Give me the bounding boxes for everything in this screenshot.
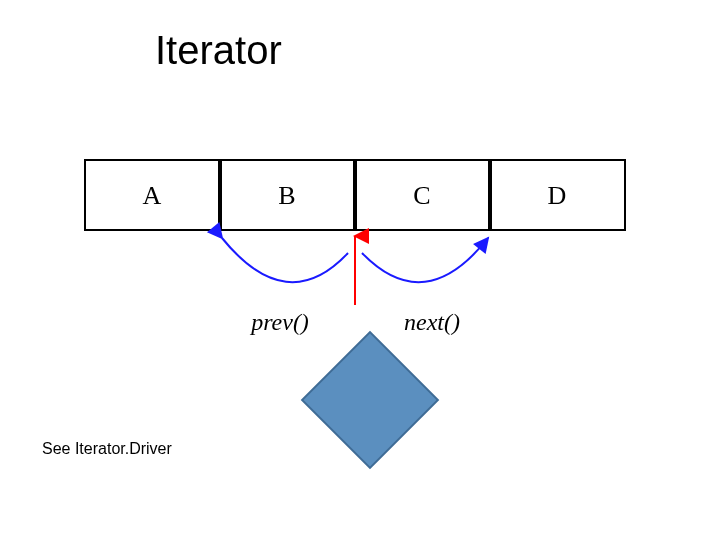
cells-row: A B C D xyxy=(85,160,625,230)
iterator-diagram: A B C D prev() next() xyxy=(0,0,720,540)
svg-rect-8 xyxy=(302,332,438,468)
cell-label-c: C xyxy=(413,181,430,210)
cell-label-a: A xyxy=(143,181,162,210)
prev-label: prev() xyxy=(249,309,309,335)
cell-label-b: B xyxy=(278,181,295,210)
diamond-icon xyxy=(302,332,438,468)
next-arc xyxy=(362,238,488,282)
cell-label-d: D xyxy=(548,181,567,210)
prev-arc xyxy=(222,238,348,282)
next-label: next() xyxy=(404,309,460,335)
footer-note: See Iterator.Driver xyxy=(42,440,172,458)
